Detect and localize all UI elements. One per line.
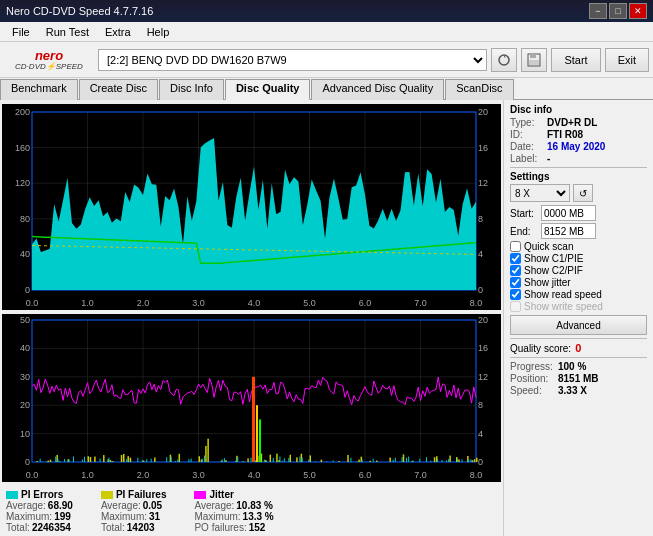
show-write-speed-checkbox[interactable] [510,301,521,312]
menu-runtest[interactable]: Run Test [38,24,97,40]
exit-button[interactable]: Exit [605,48,649,72]
main-content: PI Errors Average: 68.90 Maximum: 199 To… [0,100,653,536]
quick-scan-label: Quick scan [524,241,573,252]
show-c1pie-checkbox[interactable] [510,253,521,264]
close-button[interactable]: ✕ [629,3,647,19]
show-read-speed-checkbox[interactable] [510,289,521,300]
legend-jitter: Jitter Average: 10.83 % Maximum: 13.3 % … [194,489,273,533]
window-controls: − □ ✕ [589,3,647,19]
speed-selector[interactable]: 8 X [510,184,570,202]
start-mb-input[interactable] [541,205,596,221]
show-c2pif-row: Show C2/PIF [510,265,647,276]
show-c2pif-checkbox[interactable] [510,265,521,276]
show-c1pie-row: Show C1/PIE [510,253,647,264]
pi-errors-total-label: Total: [6,522,30,533]
title-bar: Nero CD-DVD Speed 4.7.7.16 − □ ✕ [0,0,653,22]
start-mb-row: Start: [510,205,647,221]
maximize-button[interactable]: □ [609,3,627,19]
quick-scan-checkbox[interactable] [510,241,521,252]
refresh-drive-button[interactable] [491,48,517,72]
speed-row: 8 X ↺ [510,184,647,202]
disc-label-label: Label: [510,153,545,164]
date-value: 16 May 2020 [547,141,605,152]
pi-errors-total-val: 2246354 [32,522,71,533]
tab-scan-disc[interactable]: ScanDisc [445,79,513,100]
pi-errors-avg-label: Average: [6,500,46,511]
show-read-speed-row: Show read speed [510,289,647,300]
jitter-title: Jitter [209,489,233,500]
start-mb-label: Start: [510,208,538,219]
show-jitter-checkbox[interactable] [510,277,521,288]
tab-disc-quality[interactable]: Disc Quality [225,79,311,100]
legend-area: PI Errors Average: 68.90 Maximum: 199 To… [0,486,503,536]
svg-rect-2 [530,54,536,58]
pi-failures-total-label: Total: [101,522,125,533]
end-mb-input[interactable] [541,223,596,239]
id-label: ID: [510,129,545,140]
minimize-button[interactable]: − [589,3,607,19]
bottom-chart [2,314,501,482]
right-panel: Disc info Type: DVD+R DL ID: FTI R08 Dat… [503,100,653,536]
tab-disc-info[interactable]: Disc Info [159,79,224,100]
tab-benchmark[interactable]: Benchmark [0,79,78,100]
position-label: Position: [510,373,555,384]
progress-row: Progress: 100 % [510,361,647,372]
quick-scan-row: Quick scan [510,241,647,252]
show-jitter-label: Show jitter [524,277,571,288]
id-value: FTI R08 [547,129,583,140]
pi-failures-title: PI Failures [116,489,167,500]
type-label: Type: [510,117,545,128]
show-jitter-row: Show jitter [510,277,647,288]
pi-failures-max-val: 31 [149,511,160,522]
speed-label: Speed: [510,385,555,396]
menu-extra[interactable]: Extra [97,24,139,40]
jitter-avg-val: 10.83 % [236,500,273,511]
jitter-po-val: 152 [249,522,266,533]
quality-score-row: Quality score: 0 [510,342,647,354]
svg-rect-3 [529,60,539,65]
end-mb-label: End: [510,226,538,237]
show-c2pif-label: Show C2/PIF [524,265,583,276]
menu-file[interactable]: File [4,24,38,40]
pi-errors-avg-val: 68.90 [48,500,73,511]
show-write-speed-row: Show write speed [510,301,647,312]
show-write-speed-label: Show write speed [524,301,603,312]
date-label: Date: [510,141,545,152]
pi-failures-color [101,491,113,499]
jitter-po-label: PO failures: [194,522,246,533]
jitter-avg-label: Average: [194,500,234,511]
top-chart [2,104,501,310]
jitter-max-val: 13.3 % [243,511,274,522]
end-mb-row: End: [510,223,647,239]
start-button[interactable]: Start [551,48,600,72]
quality-score-label: Quality score: [510,343,571,354]
drive-selector[interactable]: [2:2] BENQ DVD DD DW1620 B7W9 [98,49,487,71]
show-read-speed-label: Show read speed [524,289,602,300]
settings-title: Settings [510,171,647,182]
speed-row-bottom: Speed: 3.33 X [510,385,647,396]
menu-bar: File Run Test Extra Help [0,22,653,42]
tab-advanced-disc-quality[interactable]: Advanced Disc Quality [311,79,444,100]
chart-area [0,100,503,486]
header-area: nero CD·DVD⚡SPEED [2:2] BENQ DVD DD DW16… [0,42,653,78]
divider1 [510,167,647,168]
tab-create-disc[interactable]: Create Disc [79,79,158,100]
pi-failures-max-label: Maximum: [101,511,147,522]
save-button[interactable] [521,48,547,72]
pi-errors-max-val: 199 [54,511,71,522]
save-icon [527,53,541,67]
speed-value: 3.33 X [558,385,587,396]
nero-logo-bottom: CD·DVD⚡SPEED [15,62,83,71]
menu-help[interactable]: Help [139,24,178,40]
quality-score-value: 0 [575,342,581,354]
pi-failures-total-val: 14203 [127,522,155,533]
pi-failures-avg-val: 0.05 [143,500,162,511]
settings-refresh-button[interactable]: ↺ [573,184,593,202]
refresh-icon [497,53,511,67]
progress-value: 100 % [558,361,586,372]
pi-failures-avg-label: Average: [101,500,141,511]
jitter-max-label: Maximum: [194,511,240,522]
advanced-button[interactable]: Advanced [510,315,647,335]
pi-errors-color [6,491,18,499]
divider2 [510,338,647,339]
